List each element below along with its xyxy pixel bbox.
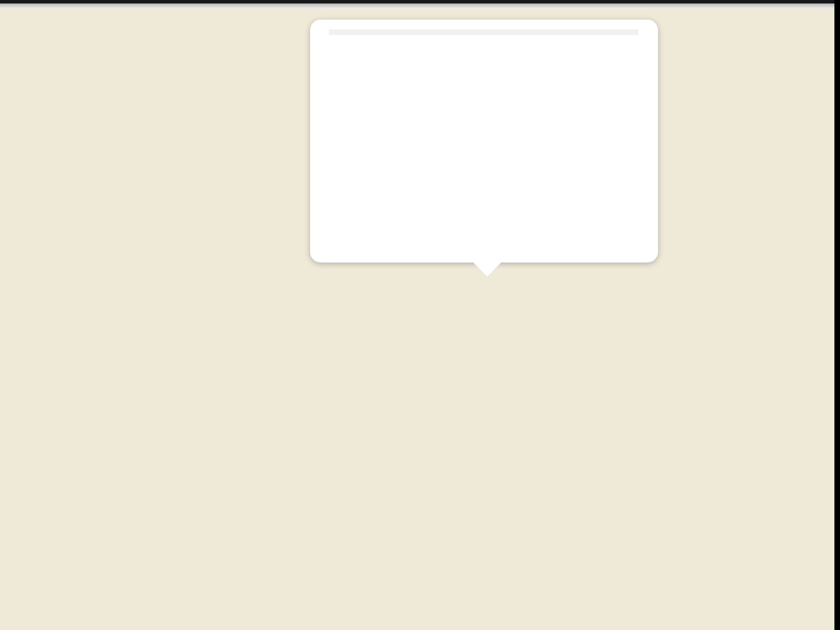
window-right-edge [834,0,840,630]
window-top-glare [0,4,840,8]
popup-title [329,29,638,35]
map-viewport[interactable] [0,0,840,630]
earthquake-info-popup [310,20,658,262]
popup-pointer-tail [472,262,502,276]
